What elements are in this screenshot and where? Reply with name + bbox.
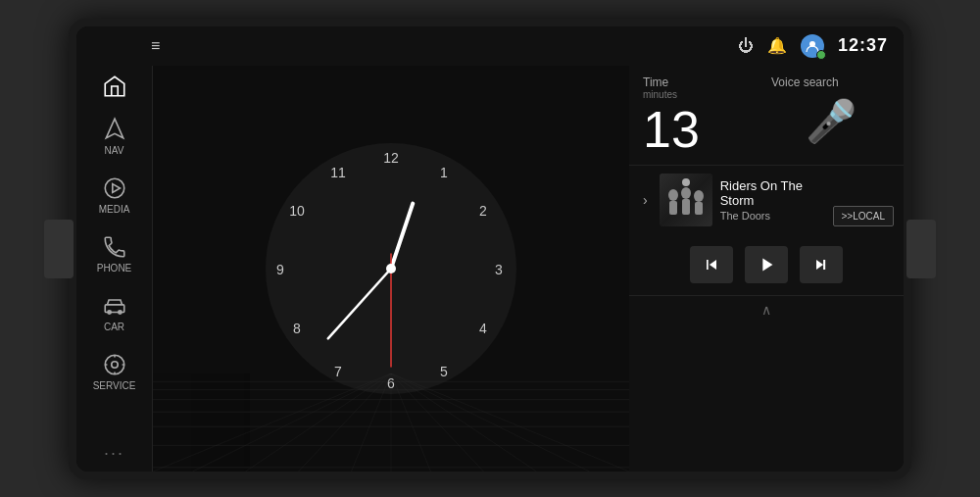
svg-line-20 xyxy=(352,373,392,472)
svg-rect-49 xyxy=(695,202,703,215)
sidebar-more[interactable]: ... xyxy=(104,427,124,472)
right-top-widgets: Time minutes 13 Voice search 🎤 xyxy=(629,66,904,165)
screen: ≡ ⏻ 🔔 12:37 xyxy=(76,26,904,472)
svg-text:3: 3 xyxy=(495,262,503,277)
expand-button[interactable]: › xyxy=(639,188,652,212)
svg-line-23 xyxy=(391,373,484,472)
more-dots-label: ... xyxy=(104,439,124,459)
svg-marker-1 xyxy=(106,119,122,138)
play-button[interactable] xyxy=(745,246,788,283)
svg-text:2: 2 xyxy=(479,203,487,219)
svg-line-18 xyxy=(246,373,392,472)
song-info: Riders On The Storm The Doors xyxy=(720,178,825,222)
svg-line-19 xyxy=(299,373,392,472)
svg-marker-3 xyxy=(112,183,120,192)
time-widget-label: Time xyxy=(643,75,761,89)
svg-line-25 xyxy=(391,373,590,472)
svg-point-44 xyxy=(668,189,678,201)
voice-widget-label: Voice search xyxy=(771,75,839,89)
svg-rect-47 xyxy=(682,199,690,215)
sidebar-item-home[interactable] xyxy=(76,66,152,107)
svg-line-16 xyxy=(153,373,391,472)
status-bar: ≡ ⏻ 🔔 12:37 xyxy=(76,26,904,66)
svg-line-26 xyxy=(391,373,629,472)
bottom-bar: ∧ xyxy=(629,295,904,323)
right-panel: Time minutes 13 Voice search 🎤 › xyxy=(629,66,904,472)
svg-point-43 xyxy=(386,264,396,273)
now-playing: › xyxy=(629,165,904,234)
sidebar-label-media: MEDIA xyxy=(99,204,130,215)
sidebar-item-phone[interactable]: PHONE xyxy=(76,224,152,283)
svg-line-22 xyxy=(391,373,431,472)
svg-text:11: 11 xyxy=(330,165,346,180)
svg-line-17 xyxy=(193,373,392,472)
voice-widget[interactable]: Voice search 🎤 xyxy=(771,75,890,155)
prev-button[interactable] xyxy=(690,246,733,283)
svg-text:4: 4 xyxy=(479,321,487,336)
album-art xyxy=(660,174,712,226)
time-widget-sub: minutes xyxy=(643,89,761,100)
svg-text:9: 9 xyxy=(276,262,284,277)
svg-text:12: 12 xyxy=(383,150,399,166)
player-controls xyxy=(629,234,904,295)
grid-floor xyxy=(153,373,629,472)
sidebar-item-car[interactable]: CAR xyxy=(76,283,152,342)
device-frame: ≡ ⏻ 🔔 12:37 xyxy=(69,19,911,479)
sidebar-label-car: CAR xyxy=(104,322,124,332)
sidebar-item-media[interactable]: MEDIA xyxy=(76,166,152,224)
sidebar-label-phone: PHONE xyxy=(97,263,132,273)
local-button[interactable]: >>LOCAL xyxy=(833,206,894,226)
next-button[interactable] xyxy=(800,246,843,283)
svg-point-8 xyxy=(111,361,118,368)
sidebar-label-service: SERVICE xyxy=(93,380,136,391)
power-icon[interactable]: ⏻ xyxy=(738,37,754,55)
svg-text:1: 1 xyxy=(440,165,448,180)
clock-area: 12 1 2 3 4 5 6 7 8 9 10 11 xyxy=(153,66,629,472)
svg-point-46 xyxy=(681,187,691,199)
svg-point-7 xyxy=(105,355,124,374)
mount-right xyxy=(906,220,936,278)
bell-icon[interactable]: 🔔 xyxy=(767,36,787,55)
avatar[interactable] xyxy=(801,34,824,58)
song-artist: The Doors xyxy=(720,210,825,222)
svg-point-48 xyxy=(694,190,704,202)
svg-text:8: 8 xyxy=(293,321,301,336)
sidebar-item-service[interactable]: SERVICE xyxy=(76,342,152,401)
time-widget-value: 13 xyxy=(643,104,761,155)
main-area: NAV MEDIA PHONE xyxy=(76,66,904,472)
svg-line-24 xyxy=(391,373,537,472)
status-time: 12:37 xyxy=(838,35,888,56)
mount-left xyxy=(44,220,74,278)
sidebar-label-nav: NAV xyxy=(105,145,124,156)
song-title: Riders On The Storm xyxy=(720,178,825,208)
svg-text:10: 10 xyxy=(289,203,305,219)
mic-icon[interactable]: 🎤 xyxy=(806,97,857,145)
sidebar-item-nav[interactable]: NAV xyxy=(76,107,152,166)
chevron-up-icon[interactable]: ∧ xyxy=(761,302,771,318)
analog-clock: 12 1 2 3 4 5 6 7 8 9 10 11 xyxy=(259,136,523,401)
svg-point-50 xyxy=(682,178,690,186)
time-widget: Time minutes 13 xyxy=(643,75,761,155)
svg-rect-45 xyxy=(669,201,677,215)
menu-icon[interactable]: ≡ xyxy=(151,37,160,55)
sidebar: NAV MEDIA PHONE xyxy=(76,66,153,472)
